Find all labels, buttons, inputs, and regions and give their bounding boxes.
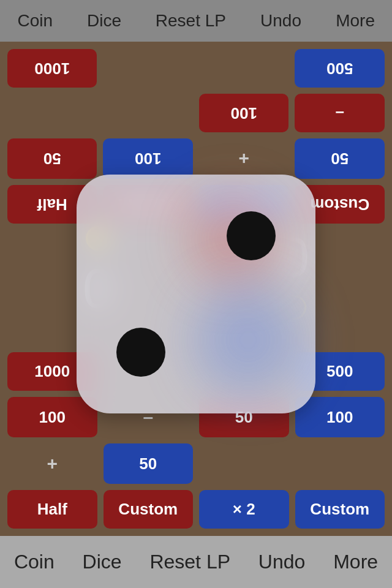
top-500-btn[interactable]: 500 — [295, 49, 385, 88]
top-nav-dice[interactable]: Dice — [87, 11, 121, 31]
top-nav-undo[interactable]: Undo — [260, 11, 301, 31]
dice-overlay[interactable] — [77, 175, 315, 413]
top-minus100-btn[interactable]: 100 — [199, 94, 289, 132]
top-minus50-btn[interactable]: 50 — [7, 138, 97, 179]
toolbar-top: More Undo Reset LP Dice Coin — [0, 0, 392, 42]
top-nav-reset-lp[interactable]: Reset LP — [156, 11, 226, 31]
top-1000-btn[interactable]: 1000 — [7, 49, 97, 88]
toolbar-bottom: Coin Dice Reset LP Undo More — [0, 536, 392, 588]
top-nav-coin[interactable]: Coin — [17, 11, 53, 31]
bot-custom-btn-2[interactable]: Custom — [295, 490, 385, 529]
bottom-nav-dice[interactable]: Dice — [83, 551, 122, 573]
dice-face — [77, 175, 315, 413]
bottom-nav-more[interactable]: More — [333, 551, 378, 573]
bottom-nav-undo[interactable]: Undo — [258, 551, 306, 573]
bottom-nav-coin[interactable]: Coin — [14, 551, 55, 573]
dice-dot-1 — [227, 211, 276, 260]
bot-half-btn[interactable]: Half — [7, 490, 97, 529]
top-plus-op: + — [199, 138, 289, 179]
bot-plus-op: + — [7, 443, 97, 484]
bot-custom-btn-1[interactable]: Custom — [104, 490, 194, 529]
top-plus50-btn[interactable]: 50 — [295, 138, 385, 179]
top-plus100-btn[interactable]: 100 — [104, 138, 194, 179]
bottom-nav-reset-lp[interactable]: Reset LP — [149, 551, 230, 573]
dice-blur-blue — [193, 285, 303, 395]
top-nav-more[interactable]: More — [336, 11, 375, 31]
bot-plus50-btn[interactable]: 50 — [104, 443, 194, 484]
top-minus-op: – — [295, 94, 385, 132]
dice-dot-2 — [116, 328, 165, 377]
bot-x2-btn[interactable]: × 2 — [199, 490, 289, 529]
